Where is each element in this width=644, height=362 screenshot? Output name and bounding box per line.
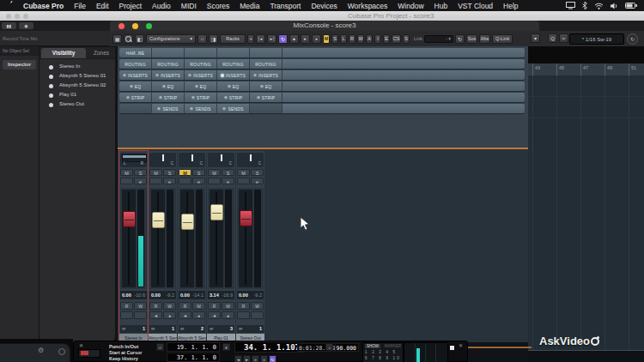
listen-button[interactable]: .: [149, 178, 162, 184]
menu-item-file[interactable]: File: [69, 2, 91, 10]
rack-cell-strip[interactable]: STRIP: [119, 93, 152, 102]
exchange-time-icon[interactable]: ♪: [325, 343, 333, 351]
toolbar-options-dropdown[interactable]: ▾: [531, 33, 540, 43]
project-ruler[interactable]: 43 45 47 49 51: [528, 63, 644, 76]
track-visible-dot[interactable]: [49, 65, 53, 69]
pan-control[interactable]: C: [208, 153, 234, 167]
mini-forward-button[interactable]: ►: [243, 355, 251, 362]
transport-option-start[interactable]: Start at Cursor: [109, 350, 143, 355]
rack-row-hardware[interactable]: HAR..RE: [119, 48, 525, 57]
transport-option-keep[interactable]: Keep History: [109, 356, 138, 361]
mini-rewind-button[interactable]: ◄: [234, 355, 242, 362]
read-automation-button[interactable]: R: [179, 302, 191, 310]
inserts-bypass-button[interactable]: I: [374, 34, 381, 44]
menu-item-help[interactable]: Help: [498, 2, 523, 10]
menu-item-hub[interactable]: Hub: [429, 2, 453, 10]
record-level-handle[interactable]: [81, 351, 88, 355]
rack-cell-sends[interactable]: SENDS: [185, 104, 217, 113]
configurations-dropdown[interactable]: Configurations ▾: [146, 34, 196, 44]
visibility-track-row[interactable]: Stereo Out: [39, 100, 115, 110]
rack-cell-eq[interactable]: EQ: [119, 81, 152, 91]
project-zoom-button[interactable]: [23, 14, 28, 19]
listen-button[interactable]: .: [120, 178, 133, 184]
sus-button[interactable]: Sus: [466, 34, 477, 44]
rack-cell-eq[interactable]: EQ: [152, 81, 185, 91]
mute-all-button[interactable]: M: [323, 34, 330, 44]
record-level-slider[interactable]: [78, 349, 100, 358]
sends-bypass-button[interactable]: S: [403, 34, 410, 44]
quantize-preset-field[interactable]: * 1/16 Sw-19: [569, 33, 624, 45]
write-automation-button[interactable]: W: [134, 302, 147, 310]
read-automation-button[interactable]: R: [208, 302, 221, 310]
rack-cell-inserts[interactable]: INSERTS: [250, 70, 283, 80]
suspend-automation-button[interactable]: A: [366, 34, 373, 44]
peak-db-value[interactable]: -9.2: [167, 293, 174, 298]
racks-plus-button[interactable]: +: [247, 34, 254, 44]
gear-icon[interactable]: ⚙: [38, 347, 44, 354]
visibility-track-row[interactable]: Absynth 5 Stereo 01: [39, 72, 115, 81]
transport-option-punch[interactable]: Punch In/Out: [109, 344, 138, 349]
solo-button[interactable]: S: [222, 169, 234, 176]
pan-control[interactable]: L R: [120, 153, 147, 167]
record-enable-button[interactable]: [134, 311, 147, 319]
track-visible-dot[interactable]: [49, 103, 53, 107]
primary-time-display[interactable]: 34. 1. 1.107: [234, 341, 303, 353]
tempo-display[interactable]: 90.000: [335, 343, 359, 352]
rack-cell-routing[interactable]: ROUTING: [185, 59, 217, 69]
rack-cell-inserts[interactable]: INSERTS: [152, 70, 185, 80]
ring-icon[interactable]: [58, 348, 65, 355]
menu-item-transport[interactable]: Transport: [264, 2, 306, 10]
eq-bypass-button[interactable]: E: [383, 34, 390, 44]
read-automation-button[interactable]: R: [120, 302, 133, 310]
edit-channel-button[interactable]: e: [251, 178, 264, 184]
rack-cell-eq[interactable]: EQ: [185, 81, 217, 91]
solo-button[interactable]: S: [192, 169, 205, 176]
menu-item-workspaces[interactable]: Workspaces: [343, 2, 393, 10]
abs-button[interactable]: Abs: [479, 34, 490, 44]
fader-db-value[interactable]: 0.00: [151, 293, 161, 298]
right-locator-display[interactable]: 37. 1. 1. 0: [167, 353, 220, 362]
go-to-start-button[interactable]: |◄: [256, 34, 265, 44]
rack-cell-routing[interactable]: ROUTING: [217, 59, 250, 69]
mute-button-active[interactable]: M: [179, 169, 191, 176]
channel-strip-stereo-in[interactable]: L R M S . e 0.00 -10.6 R W ∞ 1 Stereo In: [119, 151, 148, 342]
track-visible-dot[interactable]: [49, 84, 53, 88]
rack-cell-eq[interactable]: EQ: [217, 81, 250, 91]
visibility-track-row[interactable]: Play 01: [39, 91, 115, 100]
fader-db-value[interactable]: 0.00: [180, 293, 190, 298]
edit-channel-button[interactable]: e: [192, 178, 205, 184]
write-automation-button[interactable]: W: [222, 302, 234, 310]
write-automation-button[interactable]: W: [251, 302, 264, 310]
menu-item-vst-cloud[interactable]: VST Cloud: [453, 2, 498, 10]
qlink-button[interactable]: Q-Link: [492, 34, 513, 44]
marker-numbers-2[interactable]: 6 7 8 9 10: [365, 356, 401, 360]
project-minimize-button[interactable]: [15, 14, 20, 19]
rack-cell-eq[interactable]: EQ: [250, 81, 283, 91]
link-group-dropdown[interactable]: - ▾: [424, 35, 453, 43]
fader-db-value[interactable]: 0.00: [122, 293, 131, 298]
rack-cell-routing[interactable]: ROUTING: [119, 59, 152, 69]
peak-db-value[interactable]: -9.2: [254, 293, 262, 298]
inspector-tab[interactable]: Inspector: [3, 60, 36, 69]
rack-cell-strip[interactable]: STRIP: [185, 93, 217, 102]
edit-channel-button[interactable]: e: [222, 178, 234, 184]
read-automation-button[interactable]: R: [149, 302, 162, 310]
monitor-button[interactable]: [237, 311, 250, 319]
mute-button[interactable]: M: [208, 169, 221, 176]
fader-db-value[interactable]: 0.00: [239, 293, 248, 298]
quantize-wave-icon[interactable]: ≈: [559, 33, 568, 43]
solo-button[interactable]: S: [251, 169, 264, 176]
fader-track[interactable]: [151, 190, 165, 287]
quantize-open-panel-button[interactable]: ↻: [627, 33, 638, 45]
edit-channel-button[interactable]: e: [134, 178, 147, 184]
rack-cell-strip[interactable]: STRIP: [217, 93, 250, 102]
tab-zones[interactable]: Zones: [88, 48, 115, 58]
left-locator-display[interactable]: 19. 1. 1. 0: [167, 342, 220, 352]
channel-strip-play-01[interactable]: C M S . e 3.14 -16.9 R W ◄ ● ∞ 3 Play 01: [207, 151, 235, 342]
fader-track[interactable]: [122, 190, 136, 287]
pan-control[interactable]: C: [237, 153, 264, 167]
rack-cell-hardware[interactable]: HAR..RE: [119, 48, 152, 57]
locator-mode-button[interactable]: ▾: [222, 343, 230, 351]
locator-flip-button[interactable]: ⌐: [156, 343, 164, 351]
rack-cell-inserts[interactable]: INSERTS: [217, 70, 250, 80]
